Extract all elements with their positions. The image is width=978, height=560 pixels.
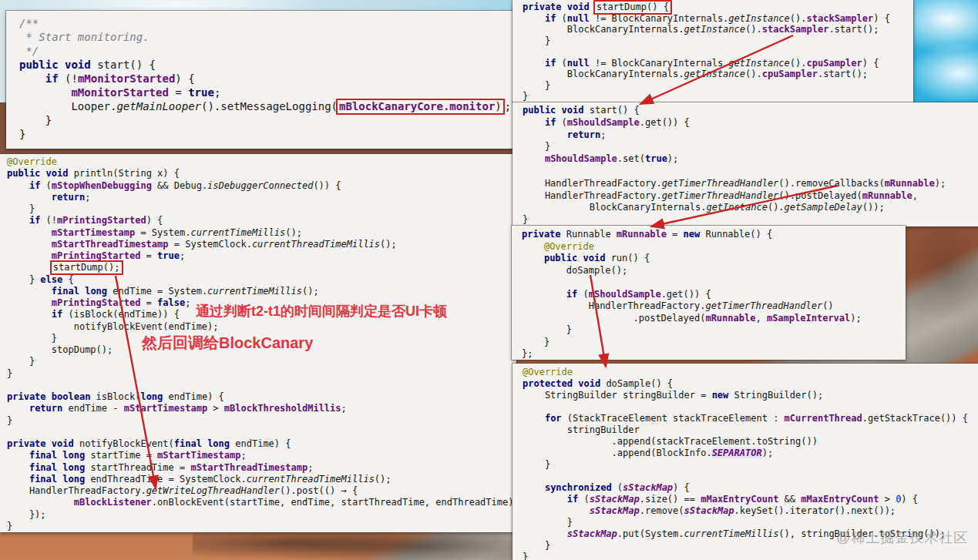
code-token: .postDelayed(: [522, 313, 705, 324]
code-token: mCurrentThread: [785, 413, 862, 424]
code-token: [523, 117, 545, 128]
code-token: (isBlock(endTime)) {: [62, 309, 180, 320]
code-token: public: [523, 105, 556, 116]
code-token: start() {: [584, 105, 640, 116]
code-token: }: [19, 128, 25, 140]
code-token: (StackTraceElement stackTraceElement :: [562, 413, 785, 424]
code-token: && Debug.: [152, 180, 207, 191]
code-token: mBlockCanaryCore.monitor: [339, 100, 495, 112]
code-line: * Start monitoring.: [19, 30, 524, 44]
highlight-box: startDump();: [50, 260, 123, 275]
code-token: ().postDelayed(: [778, 190, 862, 201]
code-line: private boolean isBlock(long endTime) {: [7, 391, 516, 403]
code-token: run() {: [605, 253, 650, 263]
code-token: long: [207, 438, 230, 449]
code-token: &&: [778, 494, 801, 505]
code-token: }: [523, 517, 573, 528]
code-token: .keySet().iterator().next());: [734, 505, 896, 516]
code-token: void: [567, 2, 590, 12]
code-token: StringBuilder stringBuilder =: [523, 390, 712, 401]
code-token: true: [157, 250, 180, 261]
code-token: mRunnable: [617, 229, 667, 240]
code-line: mStartThreadTimestamp = SystemClock.curr…: [7, 239, 516, 250]
code-token: [19, 72, 45, 85]
code-token: mRunnable: [885, 178, 935, 189]
code-token: return: [29, 403, 62, 414]
code-line: HandlerThreadFactory.getTimerThreadHandl…: [523, 178, 978, 190]
code-token: start() {: [91, 59, 156, 71]
code-token: });: [7, 509, 46, 520]
code-token: );: [850, 313, 861, 324]
code-token: != BlockCanaryInternals.: [590, 13, 729, 24]
code-token: [7, 192, 52, 203]
code-token: final: [29, 462, 57, 473]
code-token: ) {: [175, 72, 194, 85]
code-token: ) {: [862, 58, 879, 69]
code-token: startTime =: [85, 450, 157, 461]
code-token: endTime = System.: [107, 286, 207, 297]
code-line: }: [7, 356, 516, 367]
code-token: }: [7, 203, 35, 214]
code-token: HandlerThreadFactory.: [7, 485, 146, 496]
code-line: }: [523, 214, 978, 226]
code-line: [7, 380, 516, 391]
code-token: }: [7, 415, 12, 426]
code-token: }: [7, 333, 57, 344]
code-line: }: [522, 324, 906, 337]
code-token: [7, 286, 52, 297]
code-token: mMonitorStarted: [71, 86, 168, 99]
code-token: >: [879, 494, 896, 505]
code-token: * Start monitoring.: [19, 31, 150, 43]
code-line: startDump();: [7, 262, 516, 273]
code-token: @Override: [523, 367, 573, 377]
code-token: if: [45, 72, 59, 85]
code-token: Looper.: [19, 100, 116, 112]
code-token: );: [935, 178, 946, 189]
code-token: mBlockListener: [74, 497, 152, 508]
code-token: .remove(: [640, 505, 684, 516]
code-token: BlockCanaryInternals.: [523, 69, 684, 79]
code-token: [7, 309, 52, 320]
code-line: HandlerThreadFactory.getWriteLogThreadHa…: [7, 485, 516, 497]
code-token: [7, 239, 52, 250]
code-line: [523, 166, 978, 178]
code-line: final long startThreadTime = mStartThrea…: [7, 462, 516, 474]
code-token: stringBuilder: [523, 424, 640, 435]
code-token: getSampleDelay: [785, 202, 862, 213]
code-line: sStackMap.remove(sStackMap.keySet().iter…: [523, 505, 978, 517]
code-token: (: [577, 289, 588, 300]
code-token: }: [523, 141, 550, 152]
code-token: getTimerThreadHandler: [662, 178, 779, 189]
highlight-box: mBlockCanaryCore.monitor): [336, 99, 505, 115]
code-token: [523, 482, 545, 493]
code-token: mStartThreadTimestamp: [52, 239, 169, 250]
code-token: [562, 2, 567, 12]
code-token: );: [667, 153, 678, 164]
code-token: ();: [302, 286, 319, 297]
code-token: doSample();: [522, 265, 627, 276]
code-line: doSample();: [522, 265, 906, 277]
annotation-note-block-check: 通过判断t2-t1的时间间隔判定是否UI卡顿: [196, 302, 447, 320]
code-token: private: [522, 229, 561, 240]
code-token: ().removeCallbacks(: [778, 178, 884, 189]
code-token: return: [567, 129, 600, 140]
code-token: cpuSampler: [807, 58, 862, 69]
code-token: mShouldSample: [545, 153, 617, 164]
code-token: ().setMessageLogging(: [201, 100, 338, 112]
code-token: }: [7, 274, 40, 285]
code-token: stopDump();: [7, 344, 113, 355]
code-line: public void start() {: [523, 105, 978, 117]
code-token: isBlock(: [90, 391, 140, 402]
code-token: getWriteLogThreadHandler: [146, 485, 280, 496]
code-token: ,: [755, 313, 766, 324]
code-token: void: [562, 105, 584, 116]
code-token: [7, 297, 52, 308]
code-token: ();: [375, 474, 392, 485]
code-token: [577, 253, 583, 263]
juejin-watermark: @稀土掘金技术社区: [836, 528, 968, 547]
code-line: */: [19, 44, 524, 58]
code-token: if: [566, 289, 577, 300]
code-token: currentThreadTimeMillis: [247, 474, 375, 485]
code-token: .start();: [818, 69, 868, 79]
code-line: .append(BlockInfo.SEPARATOR);: [523, 448, 978, 459]
